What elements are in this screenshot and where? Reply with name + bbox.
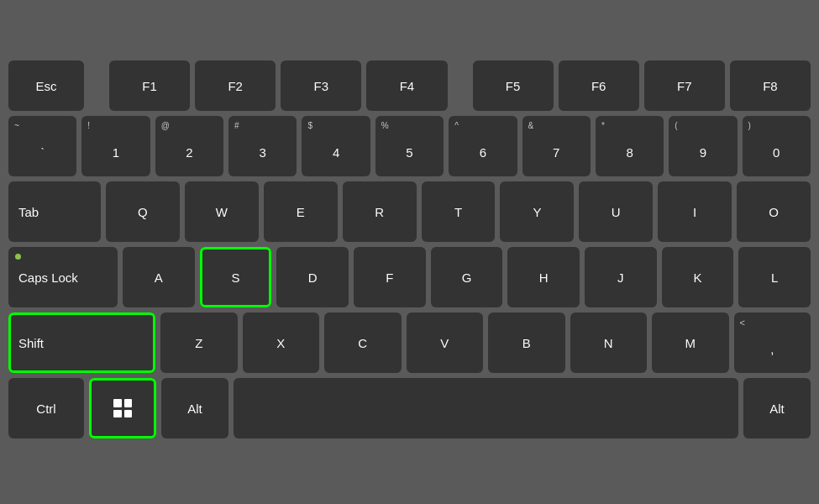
key-z[interactable]: Z [160, 312, 238, 373]
qwerty-row: Tab Q W E R T Y U I O [8, 181, 811, 242]
key-e[interactable]: E [264, 181, 338, 242]
key-caps-lock[interactable]: Caps Lock [8, 247, 118, 307]
key-ctrl-left[interactable]: Ctrl [8, 378, 84, 438]
key-l[interactable]: L [738, 247, 811, 307]
key-f2[interactable]: F2 [195, 60, 276, 111]
key-d[interactable]: D [276, 247, 349, 307]
key-tab[interactable]: Tab [8, 181, 101, 242]
key-4[interactable]: $ 4 [302, 116, 370, 176]
key-0[interactable]: ) 0 [743, 116, 811, 176]
key-8[interactable]: * 8 [596, 116, 664, 176]
key-backtick[interactable]: ~ ` [8, 116, 76, 176]
shift-row: Shift Z X C V B N M < , [8, 312, 811, 373]
key-2[interactable]: @ 2 [155, 116, 223, 176]
key-shift-left[interactable]: Shift [8, 312, 155, 373]
key-alt-left[interactable]: Alt [161, 378, 228, 438]
key-s[interactable]: S [200, 247, 272, 307]
key-7[interactable]: & 7 [522, 116, 591, 176]
key-v[interactable]: V [407, 312, 484, 373]
key-6[interactable]: ^ 6 [449, 116, 517, 176]
key-n[interactable]: N [570, 312, 648, 373]
key-f6[interactable]: F6 [559, 60, 639, 111]
key-f4[interactable]: F4 [366, 60, 447, 111]
key-i[interactable]: I [658, 181, 732, 242]
key-esc[interactable]: Esc [8, 60, 84, 111]
key-g[interactable]: G [431, 247, 503, 307]
key-f5[interactable]: F5 [473, 60, 554, 111]
key-t[interactable]: T [422, 181, 496, 242]
key-w[interactable]: W [185, 181, 259, 242]
key-comma[interactable]: < , [734, 312, 811, 373]
key-1[interactable]: ! 1 [81, 116, 150, 176]
key-f8[interactable]: F8 [730, 60, 811, 111]
caps-lock-indicator [15, 254, 21, 260]
key-f7[interactable]: F7 [644, 60, 725, 111]
key-f3[interactable]: F3 [281, 60, 361, 111]
key-f1[interactable]: F1 [109, 60, 190, 111]
home-row: Caps Lock A S D F G H J K L [8, 247, 811, 307]
key-h[interactable]: H [507, 247, 580, 307]
fn-row: Esc F1 F2 F3 F4 F5 F6 F7 F8 [8, 60, 811, 111]
key-q[interactable]: Q [106, 181, 180, 242]
key-y[interactable]: Y [500, 181, 574, 242]
keyboard: Esc F1 F2 F3 F4 F5 F6 F7 F8 ~ ` ! 1 @ 2 … [0, 44, 819, 460]
key-u[interactable]: U [579, 181, 653, 242]
key-5[interactable]: % 5 [375, 116, 444, 176]
num-row: ~ ` ! 1 @ 2 # 3 $ 4 % 5 ^ 6 & 7 [8, 116, 811, 176]
key-k[interactable]: K [662, 247, 734, 307]
key-o[interactable]: O [737, 181, 811, 242]
key-f[interactable]: F [354, 247, 426, 307]
key-c[interactable]: C [324, 312, 402, 373]
key-r[interactable]: R [343, 181, 417, 242]
key-m[interactable]: M [652, 312, 729, 373]
key-b[interactable]: B [488, 312, 565, 373]
key-alt-right[interactable]: Alt [743, 378, 811, 438]
key-x[interactable]: X [243, 312, 320, 373]
bottom-row: Ctrl Alt Alt [8, 378, 811, 438]
key-3[interactable]: # 3 [228, 116, 297, 176]
key-windows[interactable] [89, 378, 156, 438]
key-a[interactable]: A [123, 247, 195, 307]
key-j[interactable]: J [585, 247, 657, 307]
windows-logo-icon [113, 399, 132, 417]
key-9[interactable]: ( 9 [669, 116, 737, 176]
key-spacebar[interactable] [234, 378, 738, 438]
